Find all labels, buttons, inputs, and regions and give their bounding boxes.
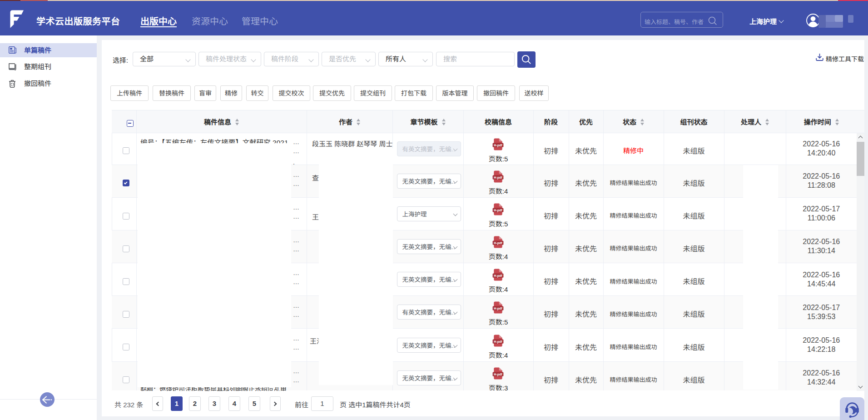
svg-text:H-pdf: H-pdf	[494, 208, 503, 212]
svg-text:H-pdf: H-pdf	[494, 340, 503, 343]
svg-text:H-pdf: H-pdf	[494, 175, 503, 179]
svg-text:H-pdf: H-pdf	[494, 143, 503, 147]
svg-text:H-pdf: H-pdf	[494, 307, 503, 310]
svg-text:H-pdf: H-pdf	[494, 241, 503, 245]
svg-text:H-pdf: H-pdf	[494, 274, 503, 278]
svg-text:H-pdf: H-pdf	[494, 372, 503, 376]
